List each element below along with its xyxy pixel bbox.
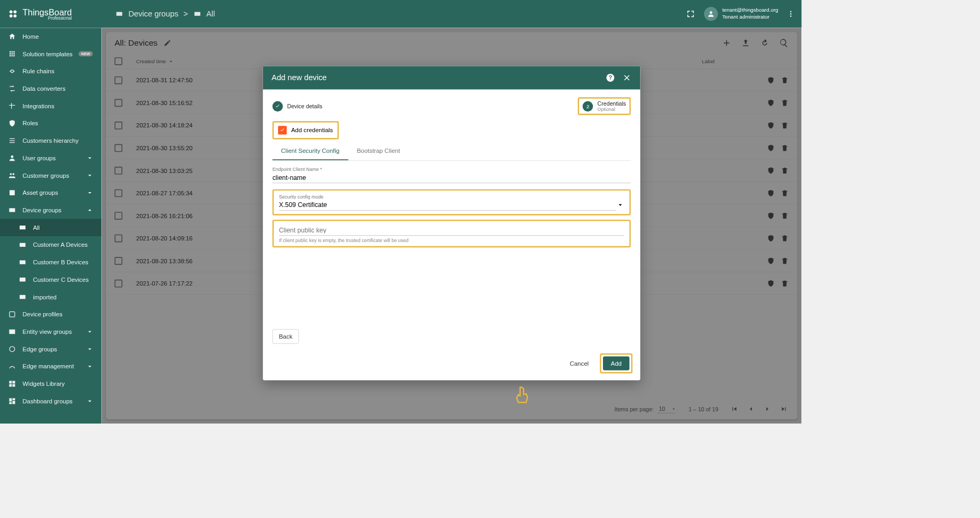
sidebar-item-customer-c-devices[interactable]: Customer C Devices [0,271,101,288]
sidebar-item-label: Asset groups [23,189,58,196]
converter-icon [8,84,16,93]
chevron-down-icon [86,189,94,197]
checkbox-checked-icon [278,126,286,134]
sidebar-item-label: Dashboard groups [23,398,73,404]
svg-rect-16 [20,243,25,247]
breadcrumb-current: All [206,10,215,19]
sidebar-item-data-converters[interactable]: Data converters [0,80,101,98]
security-mode-select[interactable] [279,199,624,210]
user-email: tenant@thingsboard.org [722,7,778,14]
sidebar-item-customer-a-devices[interactable]: Customer A Devices [0,236,101,254]
asset-icon [8,188,16,197]
svg-text:?: ? [609,75,612,81]
sidebar-item-roles[interactable]: Roles [0,115,101,132]
svg-rect-29 [13,401,15,404]
integration-icon [8,101,16,110]
svg-rect-5 [194,12,200,15]
sidebar-item-device-groups[interactable]: Device groups [0,202,101,219]
device-icon [18,258,27,266]
cancel-button[interactable]: Cancel [565,357,594,370]
svg-rect-23 [9,381,12,384]
new-badge: NEW [78,51,93,57]
svg-rect-25 [9,384,12,387]
hierarchy-icon [8,136,16,145]
sidebar-item-integrations[interactable]: Integrations [0,97,101,115]
add-button[interactable]: Add [603,357,629,370]
sidebar-item-asset-groups[interactable]: Asset groups [0,184,101,202]
sidebar-item-solution-templates[interactable]: Solution templatesNEW [0,45,101,63]
sidebar-item-user-groups[interactable]: User groups [0,149,101,167]
sidebar-item-rule-chains[interactable]: Rule chains [0,63,101,80]
sidebar-item-label: User groups [23,154,56,161]
topbar: ThingsBoard Professional Device groups >… [0,0,802,28]
svg-rect-26 [13,384,15,387]
home-icon [8,32,16,41]
sidebar-item-entity-view-groups[interactable]: Entity view groups [0,323,101,341]
sidebar-item-edge-groups[interactable]: Edge groups [0,340,101,358]
sidebar-item-customer-b-devices[interactable]: Customer B Devices [0,254,101,271]
device-group-icon [116,10,124,18]
help-icon[interactable]: ? [606,73,615,82]
sidebar-item-label: Device groups [23,206,62,213]
step-device-details[interactable]: Device details [273,101,322,111]
breadcrumb-sep: > [183,10,188,19]
sidebar-item-customers-hierarchy[interactable]: Customers hierarchy [0,132,101,150]
tab-client-security[interactable]: Client Security Config [273,142,348,160]
sidebar-item-label: All [33,224,40,231]
sidebar-item-widgets-library[interactable]: Widgets Library [0,375,101,393]
sidebar-item-label: Integrations [23,102,55,109]
security-mode-label: Security config mode [279,194,624,200]
sidebar-item-device-profiles[interactable]: Device profiles [0,306,101,323]
svg-rect-14 [9,208,15,212]
view-icon [8,327,16,336]
sidebar-item-customer-groups[interactable]: Customer groups [0,167,101,184]
sidebar-item-home[interactable]: Home [0,28,101,45]
sidebar-item-label: Customer A Devices [33,241,88,248]
endpoint-client-name-input[interactable] [273,172,631,183]
client-public-key-input[interactable] [279,225,624,236]
brand-edition: Professional [23,15,72,20]
svg-point-2 [10,14,13,18]
modal-overlay: Add new device ? Device details [101,28,801,424]
user-menu[interactable]: tenant@thingsboard.org Tenant administra… [704,7,778,21]
sidebar-item-label: Edge management [23,363,74,370]
cursor-pointer-icon [514,385,531,407]
close-icon[interactable] [622,73,632,82]
device-icon [18,240,27,249]
svg-point-3 [13,14,16,18]
tab-bootstrap-client[interactable]: Bootstrap Client [348,142,409,160]
add-device-dialog: Add new device ? Device details [263,66,641,380]
sidebar: HomeSolution templatesNEWRule chainsData… [0,28,101,424]
widgets-icon [8,379,16,388]
sidebar-item-label: Roles [23,120,38,127]
avatar-icon [704,7,718,21]
sidebar-item-edge-management[interactable]: Edge management [0,358,101,375]
chevron-down-icon [86,345,94,353]
svg-rect-19 [20,295,25,299]
brand-icon [7,8,19,20]
sidebar-item-label: imported [33,293,57,300]
sidebar-item-imported[interactable]: imported [0,288,101,306]
sidebar-item-label: Widgets Library [23,381,65,387]
svg-point-22 [10,347,15,352]
sidebar-item-label: Customer groups [23,172,69,179]
profile-icon [8,310,16,318]
fullscreen-icon[interactable] [686,9,695,19]
edgemgmt-icon [8,362,16,370]
chevron-down-icon [86,154,94,162]
chevron-down-icon [616,201,624,209]
sidebar-item-dashboard-groups[interactable]: Dashboard groups [0,392,101,410]
step-credentials[interactable]: 2 Credentials Optional [578,97,631,115]
more-icon[interactable] [787,10,795,18]
add-credentials-checkbox[interactable]: Add credentials [275,123,337,137]
dialog-title: Add new device [272,73,327,82]
svg-rect-13 [10,190,15,195]
breadcrumb-group[interactable]: Device groups [128,10,178,19]
back-button[interactable]: Back [273,329,299,344]
sidebar-item-all[interactable]: All [0,219,101,236]
sidebar-item-label: Device profiles [23,311,63,318]
user-icon [8,154,16,162]
svg-point-9 [790,15,791,16]
edge-icon [8,344,16,353]
sidebar-item-label: Rule chains [23,68,55,75]
